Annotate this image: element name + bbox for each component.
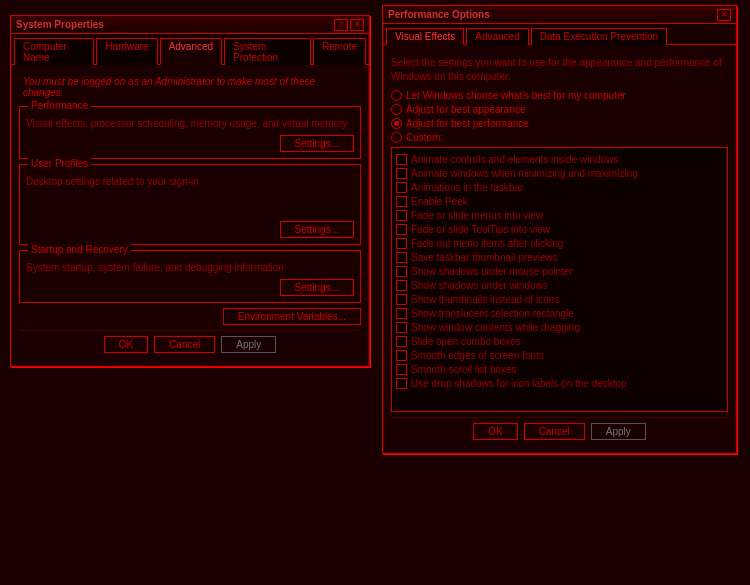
sys-bottom-buttons: OK Cancel Apply — [19, 330, 361, 358]
cb-save-thumbnails-box[interactable] — [396, 252, 407, 263]
radio-best-appearance[interactable]: Adjust for best appearance — [391, 104, 728, 115]
startup-btn-row: Settings... — [26, 279, 354, 296]
user-profiles-btn-row: Settings... — [26, 221, 354, 238]
perf-close-button[interactable]: ✕ — [717, 9, 731, 21]
cb-enable-peek[interactable]: Enable Peek — [396, 195, 723, 208]
radio-custom[interactable]: Custom: — [391, 132, 728, 143]
radio-best-performance-dot[interactable] — [391, 118, 402, 129]
user-profiles-label: User Profiles — [28, 158, 91, 169]
cb-smooth-scroll-box[interactable] — [396, 364, 407, 375]
sys-title-buttons: ? ✕ — [334, 19, 364, 31]
cb-drop-shadows-box[interactable] — [396, 378, 407, 389]
sys-apply-button[interactable]: Apply — [221, 336, 276, 353]
tab-advanced-perf[interactable]: Advanced — [466, 28, 528, 45]
cb-translucent-box[interactable] — [396, 308, 407, 319]
cb-shadow-pointer-box[interactable] — [396, 266, 407, 277]
radio-best-performance-label: Adjust for best performance — [406, 118, 529, 129]
sys-tab-bar: Computer Name Hardware Advanced System P… — [11, 34, 369, 64]
cb-window-contents[interactable]: Show window contents while dragging — [396, 321, 723, 334]
perf-titlebar: Performance Options ✕ — [383, 6, 736, 24]
cb-slide-combo-label: Slide open combo boxes — [411, 335, 521, 348]
performance-desc: Visual effects, processor scheduling, me… — [26, 117, 354, 131]
radio-let-windows-dot[interactable] — [391, 90, 402, 101]
cb-thumbnails-box[interactable] — [396, 294, 407, 305]
perf-content: Select the settings you want to use for … — [383, 44, 736, 453]
cb-fade-menus-box[interactable] — [396, 210, 407, 221]
cb-slide-combo-box[interactable] — [396, 336, 407, 347]
sys-content: You must be logged on as an Administrato… — [11, 64, 369, 366]
cb-shadow-pointer[interactable]: Show shadows under mouse pointer — [396, 265, 723, 278]
cb-animate-windows[interactable]: Animate windows when minimizing and maxi… — [396, 167, 723, 180]
visual-effects-list: Animate controls and elements inside win… — [391, 147, 728, 412]
cb-fade-menu-items-box[interactable] — [396, 238, 407, 249]
cb-fade-menu-items-label: Fade out menu items after clicking — [411, 237, 563, 250]
system-properties-titlebar: System Properties ? ✕ — [11, 16, 369, 34]
performance-settings-button[interactable]: Settings... — [280, 135, 354, 152]
radio-best-appearance-dot[interactable] — [391, 104, 402, 115]
cb-animate-windows-box[interactable] — [396, 168, 407, 179]
sys-close-button[interactable]: ✕ — [350, 19, 364, 31]
cb-animate-controls-label: Animate controls and elements inside win… — [411, 153, 618, 166]
tab-visual-effects[interactable]: Visual Effects — [386, 28, 464, 45]
sys-cancel-button[interactable]: Cancel — [154, 336, 215, 353]
cb-fade-menus[interactable]: Fade or slide menus into view — [396, 209, 723, 222]
cb-save-thumbnails[interactable]: Save taskbar thumbnail previews — [396, 251, 723, 264]
system-properties-dialog: System Properties ? ✕ Computer Name Hard… — [10, 15, 370, 367]
tab-hardware[interactable]: Hardware — [96, 38, 157, 65]
cb-smooth-scroll[interactable]: Smooth-scroll list boxes — [396, 363, 723, 376]
cb-smooth-fonts-box[interactable] — [396, 350, 407, 361]
cb-fade-tooltips[interactable]: Fade or slide ToolTips into view — [396, 223, 723, 236]
cb-fade-menu-items[interactable]: Fade out menu items after clicking — [396, 237, 723, 250]
cb-thumbnails[interactable]: Show thumbnails instead of icons — [396, 293, 723, 306]
user-profiles-settings-button[interactable]: Settings... — [280, 221, 354, 238]
startup-label: Startup and Recovery — [28, 244, 131, 255]
perf-description: Select the settings you want to use for … — [391, 53, 728, 87]
cb-fade-menus-label: Fade or slide menus into view — [411, 209, 543, 222]
cb-translucent[interactable]: Show translucent selection rectangle — [396, 307, 723, 320]
cb-shadow-windows[interactable]: Show shadows under windows — [396, 279, 723, 292]
cb-smooth-fonts[interactable]: Smooth edges of screen fonts — [396, 349, 723, 362]
cb-shadow-windows-label: Show shadows under windows — [411, 279, 548, 292]
warning-text: You must be logged on as an Administrato… — [19, 73, 361, 101]
perf-tab-bar: Visual Effects Advanced Data Execution P… — [383, 24, 736, 44]
perf-cancel-button[interactable]: Cancel — [524, 423, 585, 440]
tab-remote[interactable]: Remote — [313, 38, 366, 65]
startup-group: Startup and Recovery System startup, sys… — [19, 250, 361, 303]
cb-animate-controls[interactable]: Animate controls and elements inside win… — [396, 153, 723, 166]
cb-shadow-pointer-label: Show shadows under mouse pointer — [411, 265, 573, 278]
cb-enable-peek-box[interactable] — [396, 196, 407, 207]
cb-shadow-windows-box[interactable] — [396, 280, 407, 291]
cb-slide-combo[interactable]: Slide open combo boxes — [396, 335, 723, 348]
cb-animations-taskbar[interactable]: Animations in the taskbar — [396, 181, 723, 194]
user-profiles-group: User Profiles Desktop settings related t… — [19, 164, 361, 245]
cb-fade-tooltips-box[interactable] — [396, 224, 407, 235]
radio-best-performance[interactable]: Adjust for best performance — [391, 118, 728, 129]
radio-custom-dot[interactable] — [391, 132, 402, 143]
perf-ok-button[interactable]: OK — [473, 423, 517, 440]
env-vars-button[interactable]: Environment Variables... — [223, 308, 361, 325]
tab-system-protection[interactable]: System Protection — [224, 38, 311, 65]
startup-desc: System startup, system failure, and debu… — [26, 261, 354, 275]
startup-settings-button[interactable]: Settings... — [280, 279, 354, 296]
cb-drop-shadows[interactable]: Use drop shadows for icon labels on the … — [396, 377, 723, 390]
radio-custom-label: Custom: — [406, 132, 443, 143]
radio-let-windows[interactable]: Let Windows choose what's best for my co… — [391, 90, 728, 101]
perf-apply-button[interactable]: Apply — [591, 423, 646, 440]
cb-window-contents-box[interactable] — [396, 322, 407, 333]
cb-animate-controls-box[interactable] — [396, 154, 407, 165]
cb-drop-shadows-label: Use drop shadows for icon labels on the … — [411, 377, 627, 390]
cb-window-contents-label: Show window contents while dragging — [411, 321, 580, 334]
performance-options-dialog: Performance Options ✕ Visual Effects Adv… — [382, 5, 737, 454]
cb-enable-peek-label: Enable Peek — [411, 195, 468, 208]
radio-best-appearance-label: Adjust for best appearance — [406, 104, 526, 115]
perf-title-buttons: ✕ — [717, 9, 731, 21]
cb-animate-windows-label: Animate windows when minimizing and maxi… — [411, 167, 638, 180]
tab-computer-name[interactable]: Computer Name — [14, 38, 94, 65]
cb-animations-taskbar-box[interactable] — [396, 182, 407, 193]
perf-title: Performance Options — [388, 9, 490, 20]
sys-help-button[interactable]: ? — [334, 19, 348, 31]
user-profiles-desc: Desktop settings related to your sign-in — [26, 175, 354, 189]
sys-ok-button[interactable]: OK — [104, 336, 148, 353]
tab-dep[interactable]: Data Execution Prevention — [531, 28, 667, 45]
tab-advanced[interactable]: Advanced — [160, 38, 222, 65]
